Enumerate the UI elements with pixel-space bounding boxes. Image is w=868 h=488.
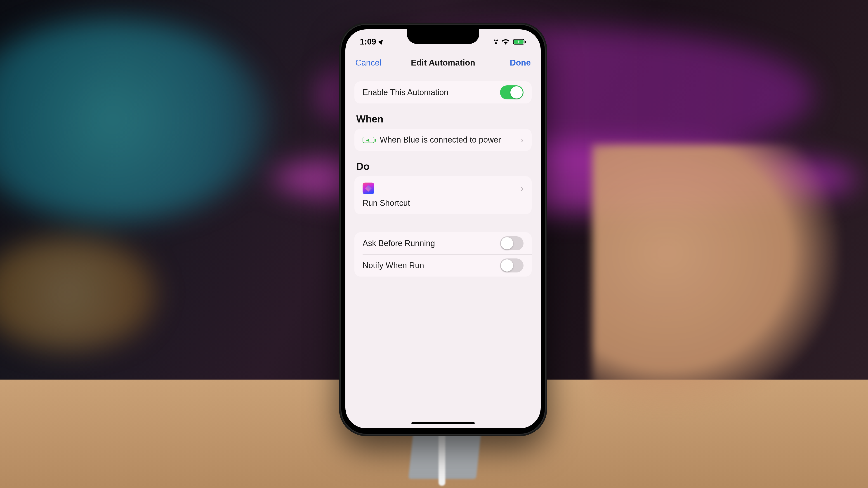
nav-bar: Cancel Edit Automation Done <box>345 52 541 74</box>
cellular-dots-icon <box>494 39 498 44</box>
notch <box>407 29 479 44</box>
home-indicator[interactable] <box>411 422 475 424</box>
when-heading: When <box>356 113 532 125</box>
options-group: Ask Before Running Notify When Run <box>354 232 532 276</box>
when-trigger-row[interactable]: When Blue is connected to power › <box>354 129 532 151</box>
svg-rect-2 <box>525 41 526 43</box>
notify-when-run-label: Notify When Run <box>363 261 500 270</box>
notify-when-run-toggle[interactable] <box>500 258 524 272</box>
iphone-frame: 1:09 Cancel Edit Automation Done Ena <box>339 23 547 436</box>
cancel-button[interactable]: Cancel <box>355 58 381 68</box>
enable-group: Enable This Automation <box>354 81 532 103</box>
do-heading: Do <box>356 161 532 172</box>
ask-before-running-label: Ask Before Running <box>363 238 500 248</box>
notify-when-run-row: Notify When Run <box>354 254 532 276</box>
do-action-label: Run Shortcut <box>363 198 410 208</box>
shortcuts-app-icon <box>363 183 374 194</box>
chevron-right-icon: › <box>521 135 524 145</box>
chevron-right-icon: › <box>521 184 524 194</box>
ask-before-running-row: Ask Before Running <box>354 232 532 254</box>
enable-automation-label: Enable This Automation <box>363 88 500 97</box>
wifi-icon <box>501 39 510 45</box>
do-group: › Run Shortcut <box>354 176 532 214</box>
location-icon <box>378 38 384 44</box>
status-time: 1:09 <box>360 37 376 46</box>
power-connected-icon <box>363 137 374 143</box>
battery-charging-icon <box>513 39 526 45</box>
do-action-row[interactable]: › Run Shortcut <box>354 176 532 214</box>
ask-before-running-toggle[interactable] <box>500 236 524 250</box>
enable-automation-toggle[interactable] <box>500 86 524 99</box>
when-group: When Blue is connected to power › <box>354 129 532 151</box>
screen: 1:09 Cancel Edit Automation Done Ena <box>345 29 541 428</box>
when-trigger-label: When Blue is connected to power <box>380 135 518 144</box>
done-button[interactable]: Done <box>510 58 531 68</box>
enable-automation-row: Enable This Automation <box>354 81 532 103</box>
